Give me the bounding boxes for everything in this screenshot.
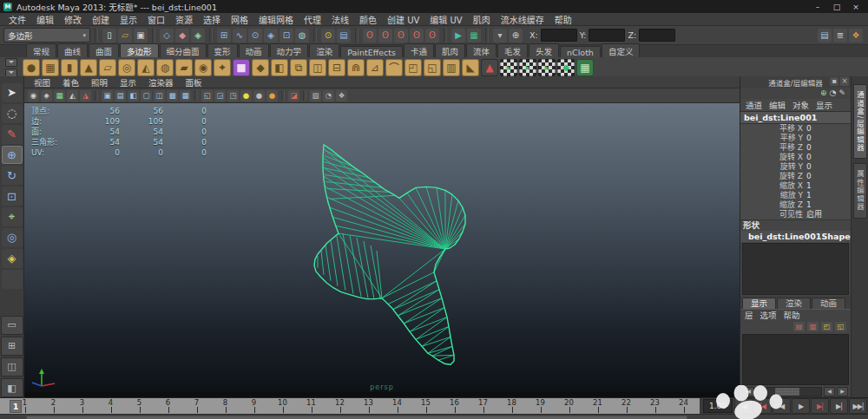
menubar-item[interactable]: 窗口: [142, 13, 170, 26]
layout-hypershade-button[interactable]: ◧: [1, 378, 23, 397]
all-lights-icon[interactable]: ●: [253, 90, 265, 101]
panel-menu-item[interactable]: 视图: [28, 76, 56, 88]
layer-list[interactable]: [742, 334, 849, 386]
uv-spherical-mapping-icon[interactable]: ▸: [538, 59, 556, 76]
menubar-item[interactable]: 法线: [326, 13, 354, 26]
close-button[interactable]: ×: [847, 2, 865, 12]
menubar-item[interactable]: 代理: [299, 13, 326, 26]
poly-platonic-icon[interactable]: ✦: [214, 59, 231, 76]
frame-cell[interactable]: 12: [326, 398, 354, 414]
poly-cube-icon[interactable]: ▦: [42, 59, 59, 76]
uv-automatic-mapping-icon[interactable]: ◆: [557, 59, 575, 76]
attribute-value[interactable]: 0: [806, 143, 812, 153]
shape-node-name[interactable]: bei_dst:Line001Shape: [740, 231, 851, 242]
insert-edge-loop-icon[interactable]: ▥: [443, 59, 460, 76]
selection-magnet-icon-4[interactable]: ʘ: [410, 29, 424, 43]
xray-display-icon[interactable]: ▧: [310, 90, 321, 101]
shelf-tab-多边形[interactable]: 多边形: [120, 43, 159, 57]
selection-magnet-icon-1[interactable]: ʘ: [363, 29, 377, 43]
select-object-icon[interactable]: ◆: [175, 29, 189, 43]
camera-attributes-icon[interactable]: ◭: [67, 90, 78, 101]
menubar-item[interactable]: 流水线缓存: [496, 13, 549, 26]
speed-dial-icon[interactable]: ◔: [830, 88, 837, 98]
snap-view-plane-icon[interactable]: ⊡: [279, 29, 293, 43]
uv-cylindrical-mapping-icon[interactable]: ▸: [519, 59, 536, 76]
range-slider-bar[interactable]: [26, 416, 687, 419]
paint-select-tool[interactable]: ✎: [2, 125, 23, 144]
menubar-item[interactable]: 编辑: [31, 13, 59, 26]
frame-cell[interactable]: 20: [555, 398, 583, 414]
default-lighting-icon[interactable]: ●: [240, 90, 252, 101]
shelf-tab-头发[interactable]: 头发: [529, 43, 559, 57]
frame-cell[interactable]: 9: [240, 398, 268, 414]
separate-icon[interactable]: ◫: [309, 59, 326, 76]
shaded-display-icon[interactable]: ◱: [201, 90, 213, 101]
frame-cell[interactable]: 10: [268, 398, 297, 414]
shelf-tab-曲线[interactable]: 曲线: [57, 43, 88, 57]
layout-four-pane-button[interactable]: ⊞: [1, 337, 23, 356]
film-gate-icon[interactable]: ◮: [80, 90, 91, 101]
play-forward-button[interactable]: ▶: [792, 398, 810, 414]
next-key-button[interactable]: ▶|: [811, 398, 829, 414]
poly-torus-icon[interactable]: ◎: [118, 59, 135, 76]
side-tab[interactable]: 属性编辑器: [853, 163, 867, 219]
move-layer-down-icon[interactable]: ▥: [807, 322, 819, 331]
channel-box-menu-item[interactable]: 编辑: [769, 99, 786, 111]
panel-menu-item[interactable]: 照明: [85, 76, 114, 88]
shelf-tab-肌肉[interactable]: 肌肉: [435, 43, 465, 57]
attribute-value[interactable]: 0: [806, 124, 812, 134]
shelf-tab-nCloth[interactable]: nCloth: [560, 46, 601, 57]
lasso-select-tool[interactable]: ◌: [2, 104, 23, 123]
menubar-item[interactable]: 肌肉: [468, 13, 496, 26]
layer-tab-渲染[interactable]: 渲染: [777, 298, 811, 309]
attribute-value[interactable]: 0: [806, 162, 812, 172]
time-slider-ruler[interactable]: 1 12345678910111213141516171819202122232…: [0, 397, 700, 414]
select-component-icon[interactable]: ◈: [191, 29, 205, 43]
poly-cylinder-icon[interactable]: ▮: [61, 59, 78, 76]
shelf-menu-button[interactable]: [5, 58, 17, 67]
sculpt-hand-icon[interactable]: ❖: [849, 29, 863, 43]
select-tool[interactable]: ➤: [2, 83, 23, 102]
wire-on-shaded-icon[interactable]: ◳: [227, 90, 239, 101]
frame-cell[interactable]: 2: [39, 398, 68, 414]
poly-soccerball-icon[interactable]: ◉: [194, 59, 212, 76]
shelf-tab-PaintEffects[interactable]: PaintEffects: [340, 46, 403, 57]
rotate-tool[interactable]: ↻: [2, 166, 23, 185]
panel-menu-item[interactable]: 面板: [180, 76, 208, 88]
camera-bookmark-icon[interactable]: ▦: [54, 90, 65, 101]
frame-cell[interactable]: 23: [641, 398, 669, 414]
channel-attribute-row[interactable]: 可见性启用: [740, 210, 851, 219]
extract-icon[interactable]: ⊟: [328, 59, 345, 76]
selection-magnet-icon-3[interactable]: ʘ: [394, 29, 408, 43]
create-layer-from-selected-icon[interactable]: ◱: [835, 322, 846, 331]
attribute-value[interactable]: 0: [806, 134, 812, 143]
attribute-value[interactable]: 启用: [806, 210, 822, 219]
camera-select-icon[interactable]: ◉: [28, 90, 39, 101]
menu-set-dropdown[interactable]: 多边形 ▾: [3, 28, 90, 43]
layout-single-pane-button[interactable]: ▭: [1, 316, 23, 335]
booleans-icon[interactable]: ⋒: [347, 59, 365, 76]
menubar-item[interactable]: 颜色: [354, 13, 382, 26]
channel-attribute-row[interactable]: 平移 X0: [740, 124, 851, 134]
frame-cell[interactable]: 19: [526, 398, 555, 414]
frame-cell[interactable]: 14: [383, 398, 411, 414]
selection-magnet-icon-2[interactable]: ʘ: [378, 29, 392, 43]
channel-attribute-row[interactable]: 缩放 Z1: [740, 200, 851, 210]
resolution-gate-icon[interactable]: ▣: [102, 90, 113, 101]
select-hierarchy-icon[interactable]: ◇: [160, 29, 174, 43]
panel-menu-item[interactable]: 渲染器: [142, 76, 180, 88]
shelf-edit-button[interactable]: [5, 69, 17, 77]
snap-point-icon[interactable]: ⊙: [248, 29, 262, 43]
poly-cone-icon[interactable]: ▲: [80, 59, 97, 76]
layer-menu-item[interactable]: 层: [745, 309, 753, 321]
layer-menu-item[interactable]: 帮助: [784, 309, 800, 321]
layer-tab-动画[interactable]: 动画: [812, 298, 845, 309]
minimize-button[interactable]: –: [809, 2, 826, 12]
bridge-icon[interactable]: ⌒: [385, 59, 403, 76]
move-tool[interactable]: ⊕: [2, 146, 23, 165]
bevel-icon[interactable]: ◣: [462, 59, 479, 76]
snap-grid-icon[interactable]: ⊞: [217, 29, 231, 43]
frame-cell[interactable]: 22: [612, 398, 641, 414]
z-coord-input[interactable]: [639, 29, 675, 42]
frame-cell[interactable]: 1: [10, 398, 39, 414]
